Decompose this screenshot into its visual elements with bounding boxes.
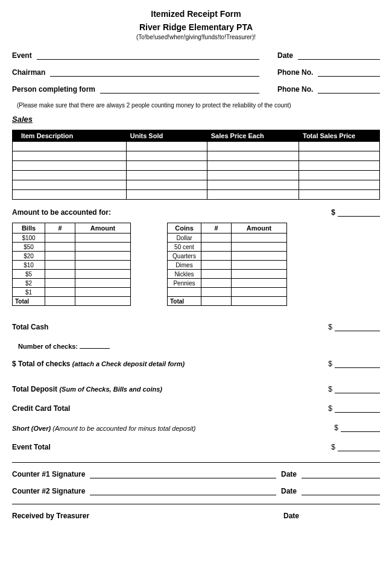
col-item-desc: Item Description [13,130,127,142]
table-row[interactable]: Quarters [168,252,287,261]
row-person-phone: Person completing form Phone No. [12,85,380,94]
table-row[interactable] [13,180,380,190]
input-person[interactable] [100,85,259,94]
row-short-over: Short (Over) (Amount to be accounted for… [12,424,380,432]
label-phone2: Phone No. [277,85,313,94]
col-bills-hash: # [45,223,75,233]
table-row[interactable] [13,190,380,200]
label-chairman: Chairman [12,68,45,77]
dollar-sign: $ [331,208,335,217]
instruction-text: (Please make sure that there are always … [17,102,380,109]
input-short-over[interactable] [341,425,380,432]
section-sales: Sales [12,115,380,124]
row-total-deposit: Total Deposit (Sum of Checks, Bills and … [12,385,380,393]
label-event: Event [12,51,32,60]
label-person: Person completing form [12,85,95,94]
row-chairman-phone: Chairman Phone No. [12,68,380,77]
table-row[interactable] [168,288,287,297]
label-num-checks: Number of checks: [18,343,78,350]
table-row[interactable]: $10 [13,261,131,270]
dollar-sign: $ [328,385,332,393]
label-treasurer: Received by Treasurer [12,512,279,520]
table-row[interactable]: $50 [13,243,131,252]
dollar-sign: $ [328,404,332,413]
table-row[interactable] [13,171,380,180]
coins-table: Coins # Amount Dollar 50 cent Quarters D… [167,223,287,306]
note-short-over: (Amount to be accounted for minus total … [52,425,195,432]
col-total-price: Total Sales Price [299,130,380,142]
form-org: River Ridge Elementary PTA [12,22,380,32]
table-row[interactable]: Pennies [168,279,287,288]
form-title: Itemized Receipt Form [12,9,380,19]
dollar-sign: $ [328,323,332,331]
row-event-date: Event Date [12,51,380,60]
table-row[interactable] [13,142,380,151]
col-coins: Coins [168,223,201,233]
col-coins-hash: # [201,223,232,233]
table-row[interactable]: 50 cent [168,243,287,252]
table-row[interactable]: Dollar [168,233,287,243]
label-phone1: Phone No. [277,68,313,77]
table-row[interactable]: $20 [13,252,131,261]
sales-table: Item Description Units Sold Sales Price … [12,130,380,200]
label-total-checks: $ Total of checks [12,360,72,368]
row-total-cash: Total Cash $ [12,323,380,331]
row-event-total: Event Total $ [12,443,380,451]
label-date-c1: Date [281,470,297,478]
label-counter2: Counter #2 Signature [12,487,85,495]
dollar-sign: $ [328,360,332,368]
amount-accounted: Amount to be accounted for: $ [12,208,380,217]
input-counter1-date[interactable] [302,471,380,478]
input-total-deposit[interactable] [335,386,380,393]
table-row-total[interactable]: Total [13,297,131,306]
table-row[interactable]: $2 [13,279,131,288]
label-accounted: Amount to be accounted for: [12,208,111,217]
input-counter2-date[interactable] [302,487,380,495]
input-phone2[interactable] [318,85,380,94]
row-credit-card: Credit Card Total $ [12,404,380,413]
input-accounted[interactable] [338,209,380,217]
form-note: (To!be!used!when!giving!funds!to!Treasur… [12,34,380,40]
input-date[interactable] [298,51,380,60]
dollar-sign: $ [331,443,335,451]
input-total-cash[interactable] [335,324,380,331]
label-credit-card: Credit Card Total [12,404,70,413]
col-bills: Bills [13,223,45,233]
input-counter1-sig[interactable] [90,471,276,478]
bills-table: Bills # Amount $100 $50 $20 $10 $5 $2 $1… [12,223,131,306]
dollar-sign: $ [334,424,338,432]
input-event[interactable] [37,51,259,60]
input-chairman[interactable] [50,68,259,77]
row-num-checks: Number of checks: [18,342,380,350]
row-total-checks: $ Total of checks (attach a Check deposi… [12,360,380,368]
table-row[interactable] [13,161,380,171]
input-num-checks[interactable] [80,342,110,349]
label-total-cash: Total Cash [12,323,48,331]
input-credit-card[interactable] [335,405,380,413]
input-phone1[interactable] [318,68,380,77]
note-total-deposit: (Sum of Checks, Bills and coins) [59,386,162,393]
input-total-checks[interactable] [335,361,380,368]
table-row[interactable] [13,151,380,161]
label-counter1: Counter #1 Signature [12,470,85,478]
col-coins-amount: Amount [232,223,287,233]
label-short-over: Short (Over) [12,425,52,432]
table-row[interactable]: $5 [13,270,131,279]
table-row[interactable]: Nickles [168,270,287,279]
input-event-total[interactable] [338,444,380,451]
row-treasurer: Received by Treasurer Date [12,512,380,520]
note-total-checks: (attach a Check deposit detail form) [72,360,185,367]
table-row[interactable]: $100 [13,233,131,243]
label-date-treasurer: Date [283,512,380,520]
label-total-deposit: Total Deposit [12,385,59,393]
col-price-each: Sales Price Each [207,130,299,142]
row-counter1: Counter #1 Signature Date [12,470,380,478]
table-row-total[interactable]: Total [168,297,287,306]
col-bills-amount: Amount [75,223,131,233]
divider [12,504,380,504]
table-row[interactable]: Dimes [168,261,287,270]
label-event-total: Event Total [12,443,51,451]
input-counter2-sig[interactable] [90,487,276,495]
row-counter2: Counter #2 Signature Date [12,487,380,495]
table-row[interactable]: $1 [13,288,131,297]
